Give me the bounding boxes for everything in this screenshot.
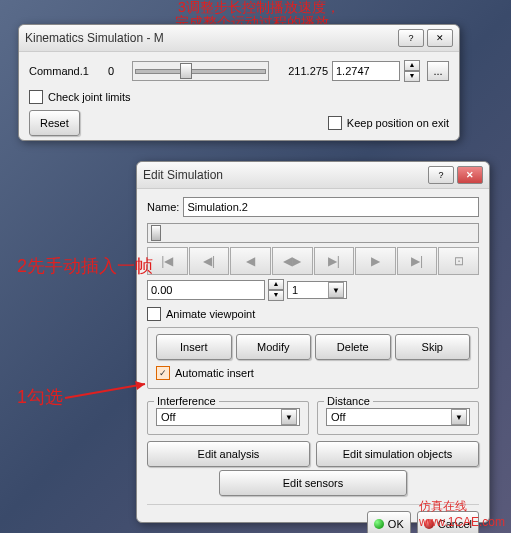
pause-button[interactable]: ◀▶ (272, 247, 313, 275)
keep-position-label: Keep position on exit (347, 117, 449, 129)
name-label: Name: (147, 201, 179, 213)
slider-thumb[interactable] (180, 63, 192, 79)
last-frame-button[interactable]: ▶| (397, 247, 438, 275)
loop-icon: ⊡ (454, 254, 464, 268)
help-button[interactable]: ? (428, 166, 454, 184)
modify-button[interactable]: Modify (236, 334, 312, 360)
command-slider[interactable] (132, 61, 269, 81)
automatic-insert-checkbox[interactable]: ✓ (156, 366, 170, 380)
range-max: 211.275 (278, 65, 328, 77)
edit-analysis-button[interactable]: Edit analysis (147, 441, 310, 467)
ok-icon (374, 519, 384, 529)
animate-viewpoint-label: Animate viewpoint (166, 308, 255, 320)
play-icon: ▶ (371, 254, 380, 268)
dlg1-titlebar[interactable]: Kinematics Simulation - M ? ✕ (19, 25, 459, 52)
command-label: Command.1 (29, 65, 104, 77)
step-back-icon: ◀| (203, 254, 215, 268)
distance-value: Off (331, 411, 345, 423)
check-joint-row: Check joint limits (29, 90, 449, 104)
watermark-line1: 仿真在线 (419, 498, 505, 515)
interference-value: Off (161, 411, 175, 423)
reset-button[interactable]: Reset (29, 110, 80, 136)
timeline-slider[interactable] (147, 223, 479, 243)
watermark-line2: www.1CAE.com (419, 515, 505, 529)
spin-up-icon[interactable]: ▲ (268, 279, 284, 290)
skip-start-icon: |◀ (161, 254, 173, 268)
range-min: 0 (108, 65, 123, 77)
annotation-bottom: 1勾选 (17, 385, 63, 409)
keep-position-checkbox[interactable] (328, 116, 342, 130)
dlg1-title: Kinematics Simulation - M (25, 31, 395, 45)
edit-sensors-button[interactable]: Edit sensors (219, 470, 407, 496)
pause-icon: ◀▶ (283, 254, 301, 268)
chevron-down-icon: ▼ (451, 409, 467, 425)
actions-fieldset: Insert Modify Delete Skip ✓ Automatic in… (147, 327, 479, 389)
slider-track (135, 69, 266, 74)
loop-button[interactable]: ⊡ (438, 247, 479, 275)
check-joint-label: Check joint limits (48, 91, 131, 103)
skip-end-icon: ▶| (411, 254, 423, 268)
interference-select[interactable]: Off ▼ (156, 408, 300, 426)
command-row: Command.1 0 211.275 ▲ ▼ ... (29, 60, 449, 82)
svg-line-2 (65, 384, 145, 398)
close-button[interactable]: ✕ (457, 166, 483, 184)
annotation-middle: 2先手动插入一帧 (17, 254, 153, 278)
spinner: ▲ ▼ (404, 60, 420, 82)
first-frame-button[interactable]: |◀ (147, 247, 188, 275)
ok-button[interactable]: OK (367, 511, 411, 533)
distance-legend: Distance (324, 395, 373, 407)
frame-input[interactable] (147, 280, 265, 300)
dlg2-title: Edit Simulation (143, 168, 425, 182)
interference-legend: Interference (154, 395, 219, 407)
edit-simulation-objects-button[interactable]: Edit simulation objects (316, 441, 479, 467)
delete-button[interactable]: Delete (315, 334, 391, 360)
kinematics-simulation-dialog: Kinematics Simulation - M ? ✕ Command.1 … (18, 24, 460, 141)
spin-down-icon[interactable]: ▼ (404, 71, 420, 82)
prev-frame-button[interactable]: ◀| (189, 247, 230, 275)
dlg2-titlebar[interactable]: Edit Simulation ? ✕ (137, 162, 489, 189)
interference-fieldset: Interference Off ▼ (147, 401, 309, 435)
spin-up-icon[interactable]: ▲ (404, 60, 420, 71)
chevron-down-icon: ▼ (281, 409, 297, 425)
next-frame-button[interactable]: ▶| (314, 247, 355, 275)
more-button[interactable]: ... (427, 61, 449, 81)
command-value-input[interactable] (332, 61, 400, 81)
distance-fieldset: Distance Off ▼ (317, 401, 479, 435)
play-back-button[interactable]: ◀ (230, 247, 271, 275)
edit-simulation-dialog: Edit Simulation ? ✕ Name: |◀ ◀| ◀ ◀▶ ▶| … (136, 161, 490, 523)
step-select[interactable]: 1 ▼ (287, 281, 347, 299)
step-fwd-icon: ▶| (328, 254, 340, 268)
close-button[interactable]: ✕ (427, 29, 453, 47)
automatic-insert-label: Automatic insert (175, 367, 254, 379)
insert-button[interactable]: Insert (156, 334, 232, 360)
distance-select[interactable]: Off ▼ (326, 408, 470, 426)
chevron-down-icon: ▼ (328, 282, 344, 298)
help-button[interactable]: ? (398, 29, 424, 47)
check-joint-checkbox[interactable] (29, 90, 43, 104)
play-button[interactable]: ▶ (355, 247, 396, 275)
spin-down-icon[interactable]: ▼ (268, 290, 284, 301)
animate-viewpoint-checkbox[interactable] (147, 307, 161, 321)
watermark: 仿真在线 www.1CAE.com (419, 498, 505, 529)
skip-button[interactable]: Skip (395, 334, 471, 360)
name-input[interactable] (183, 197, 479, 217)
play-back-icon: ◀ (246, 254, 255, 268)
media-controls: |◀ ◀| ◀ ◀▶ ▶| ▶ ▶| ⊡ (147, 247, 479, 275)
annotation-top-l1: 3调整步长控制播放速度， (175, 0, 343, 15)
step-value: 1 (292, 284, 298, 296)
